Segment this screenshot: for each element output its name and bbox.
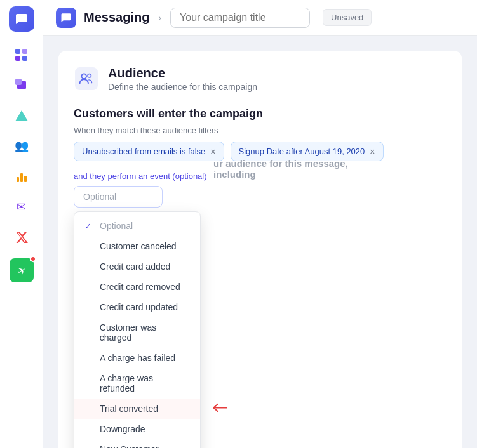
dropdown-item-refunded[interactable]: ✓ A charge was refunded (74, 368, 200, 399)
unsaved-badge: Unsaved (323, 9, 372, 26)
event-select-wrapper: Optional ✓ Optional ✓ Customer canceled … (74, 186, 163, 208)
layers-icon (15, 79, 28, 91)
dropdown-item-new-customer-label: New Customer (100, 444, 159, 448)
sidebar: 👥 ✉ (0, 0, 43, 448)
triangle-icon (15, 110, 28, 121)
breadcrumb-arrow: › (158, 13, 161, 23)
section-header: Audience Define the audience for this ca… (74, 66, 447, 92)
check-icon: ✓ (84, 221, 95, 231)
dropdown-item-cc-removed[interactable]: ✓ Credit card removed (74, 277, 200, 297)
bar-chart-icon (17, 171, 27, 182)
filter-chip-1: Unsubscribed from emails is false × (74, 142, 224, 161)
sidebar-item-x[interactable] (9, 225, 34, 250)
dropdown-item-trial-converted[interactable]: ✓ Trial converted (74, 399, 200, 419)
sidebar-item-barchart[interactable] (9, 164, 34, 189)
dropdown-placeholder-label: Optional (100, 221, 133, 231)
campaign-heading: Customers will enter the campaign (74, 107, 447, 121)
sidebar-item-send[interactable] (9, 258, 34, 283)
dropdown-item-new-customer[interactable]: ✓ New Customer (74, 439, 200, 448)
dropdown-item-trial-converted-label: Trial converted (100, 404, 158, 414)
dropdown-item-canceled-label: Customer canceled (100, 241, 177, 251)
people-icon: 👥 (15, 139, 29, 153)
send-icon (10, 258, 34, 282)
app-title: Messaging (84, 10, 149, 25)
x-icon (15, 230, 29, 244)
audience-card: Audience Define the audience for this ca… (58, 51, 462, 448)
dropdown-item-cc-removed-label: Credit card removed (100, 282, 180, 292)
filter-chip-1-label: Unsubscribed from emails is false (82, 147, 205, 156)
header: Messaging › Unsaved (43, 0, 477, 36)
dropdown-item-downgrade-label: Downgrade (100, 424, 145, 434)
sidebar-item-layers[interactable] (9, 72, 34, 98)
sidebar-item-triangle[interactable] (9, 103, 34, 128)
envelope-icon: ✉ (17, 200, 26, 214)
main-content: Messaging › Unsaved Audience (43, 0, 477, 448)
header-logo (56, 8, 76, 28)
dropdown-item-charge-failed[interactable]: ✓ A charge has failed (74, 348, 200, 368)
campaign-title-input[interactable] (170, 8, 310, 28)
blurred-text-1: ur audience for this message, including (213, 158, 391, 180)
sidebar-item-envelope[interactable]: ✉ (9, 194, 34, 220)
sidebar-item-people[interactable]: 👥 (9, 133, 34, 159)
arrow-indicator (206, 395, 232, 423)
svg-rect-0 (75, 67, 98, 90)
dropdown-item-cc-added[interactable]: ✓ Credit card added (74, 256, 200, 277)
page-content: Audience Define the audience for this ca… (43, 36, 477, 448)
dropdown-item-refunded-label: A charge was refunded (100, 373, 190, 393)
dropdown-item-charged-label: Customer was charged (100, 322, 190, 343)
dropdown-item-cc-updated-label: Credit card updated (100, 302, 178, 312)
blurred-content-1: ur audience for this message, including (213, 148, 391, 180)
grid-icon (15, 49, 27, 61)
dropdown-item-charged[interactable]: ✓ Customer was charged (74, 317, 200, 348)
event-dropdown-menu: ✓ Optional ✓ Customer canceled ✓ Credit … (74, 211, 201, 448)
dropdown-item-cc-added-label: Credit card added (100, 261, 170, 272)
event-select-button[interactable]: Optional (74, 186, 163, 208)
dropdown-item-downgrade[interactable]: ✓ Downgrade (74, 419, 200, 439)
dropdown-item-charge-failed-label: A charge has failed (100, 353, 175, 363)
section-subtitle: Define the audience for this campaign (108, 82, 257, 92)
dropdown-item-canceled[interactable]: ✓ Customer canceled (74, 236, 200, 256)
dropdown-item-cc-updated[interactable]: ✓ Credit card updated (74, 297, 200, 317)
section-title: Audience (108, 66, 257, 81)
app-logo[interactable] (9, 6, 34, 32)
audience-icon (74, 66, 99, 91)
event-select-placeholder: Optional (83, 192, 116, 202)
section-text: Audience Define the audience for this ca… (108, 66, 257, 92)
sidebar-item-grid[interactable] (9, 42, 34, 67)
filter-label: When they match these audience filters (74, 126, 447, 135)
notification-badge (30, 256, 36, 262)
dropdown-item-optional[interactable]: ✓ Optional (74, 216, 200, 236)
